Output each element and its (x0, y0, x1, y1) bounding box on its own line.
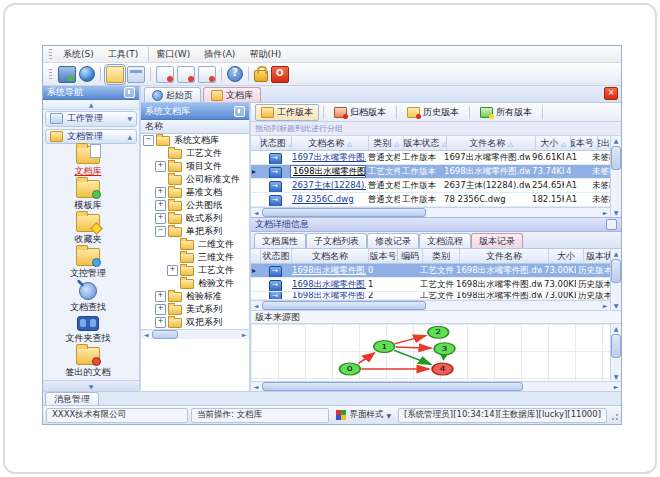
column-header[interactable]: 文档名称△ (292, 136, 369, 150)
menu-item[interactable]: 系统(S) (56, 47, 101, 62)
graph-vertical-scrollbar[interactable]: ▲▼ (610, 324, 621, 381)
interface-icon[interactable] (58, 66, 76, 83)
separator (469, 106, 470, 119)
column-header[interactable]: 类别 (423, 249, 460, 263)
document-name-link[interactable]: 2637主体(12284).dwg (290, 179, 366, 192)
history-version-button[interactable]: 历史版本 (401, 104, 465, 121)
version-row[interactable]: → 1698出水嘴零件图.dwg 1 工艺文件 1698出水嘴零件图.dwg 7… (251, 278, 610, 292)
tab-subdoc-list[interactable]: 子文档列表 (306, 233, 367, 248)
version-icon (334, 107, 347, 118)
interface-style-button[interactable]: 界面样式 ▼ (332, 409, 395, 422)
version-source-graph[interactable]: 01234 (251, 324, 610, 381)
document-name-link[interactable]: 78 2356C.dwg (290, 193, 366, 206)
network-globe-icon[interactable] (79, 66, 95, 82)
table-horizontal-scrollbar[interactable]: ◄► (251, 207, 610, 217)
sort-ascending-icon: △ (561, 140, 566, 147)
column-header[interactable]: 版本号△ (571, 136, 598, 150)
exit-icon[interactable] (271, 66, 289, 83)
resize-grip[interactable] (610, 414, 618, 422)
toolbar-grip[interactable] (49, 49, 52, 59)
sidebar-scroll-down[interactable]: ▼ (43, 380, 139, 391)
svg-text:3: 3 (442, 344, 448, 352)
separator (396, 106, 397, 119)
tab-doc-flow[interactable]: 文档流程 (419, 233, 471, 248)
table-vertical-scrollbar[interactable]: ▲▼ (610, 249, 621, 310)
group-separator[interactable] (100, 67, 101, 81)
tree-panel-header: 系统文档库 (141, 103, 249, 120)
column-header[interactable]: 状态图△ (261, 136, 292, 150)
document-library-icon[interactable] (106, 66, 124, 83)
archive-version-button[interactable]: 归档版本 (328, 104, 392, 121)
column-header[interactable]: 编码 (398, 249, 423, 263)
sidebar-group-work-management[interactable]: 工作管理 ▼ (45, 111, 137, 127)
help-icon[interactable] (227, 66, 243, 82)
sort-ascending-icon: △ (394, 140, 399, 147)
table-horizontal-scrollbar[interactable]: ◄► (251, 300, 610, 310)
column-header[interactable]: 版本状态△ (404, 136, 447, 150)
document-row[interactable]: → 2637主体(12284).dwg 普通文档 工作版本 2637主体(122… (251, 179, 610, 193)
sidebar-group-document-management[interactable]: 文档管理 ▲ (45, 129, 137, 145)
sidebar-scroll-up[interactable]: ▲ (43, 100, 139, 110)
column-header[interactable]: 签出状态△ (598, 136, 610, 150)
column-header[interactable]: 大小△ (536, 136, 571, 150)
menu-item[interactable]: 窗口(W) (148, 47, 197, 62)
document-name-link[interactable]: 1698出水嘴零件图.dwg (290, 165, 366, 178)
document-row[interactable]: → 78 2356C.dwg 普通文档 工作版本 78 2356C.dwg 18… (251, 193, 610, 207)
message-management-tab[interactable]: 消息管理 (45, 392, 99, 405)
tab-modification-records[interactable]: 修改记录 (367, 233, 419, 248)
column-header[interactable]: 文件名称△ (447, 136, 536, 150)
document-row[interactable]: → 1698出水嘴零件图.dwg 工艺文件 工作版本 1698出水嘴零件图.dw… (251, 165, 610, 179)
pin-icon[interactable] (606, 219, 617, 230)
tree-column-header[interactable]: 名称 (141, 120, 249, 134)
chevron-up-icon[interactable]: ▲ (127, 133, 132, 140)
document-row[interactable]: → 1697出水嘴零件图.dwg 普通文档 工作版本 1697出水嘴零件图.dw… (251, 151, 610, 165)
status-icon: → (269, 167, 282, 178)
group-by-hint[interactable]: 拖动列标题到此进行分组 (251, 122, 621, 136)
column-header[interactable]: 类别△ (369, 136, 404, 150)
column-header[interactable]: 状态图 (261, 249, 292, 263)
toolbar-grip[interactable] (49, 69, 52, 79)
tab-start-page[interactable]: 起始页 (144, 87, 201, 102)
version-row[interactable]: → 1698出水嘴零件图.dwg 2 工艺文件 1698出水嘴零件图.dwg 7… (251, 292, 610, 300)
folder-icon (50, 131, 63, 142)
column-header[interactable]: 版本号 (369, 249, 398, 263)
layout-window-icon[interactable] (127, 66, 145, 83)
tree-horizontal-scrollbar[interactable]: ◄► (141, 329, 249, 339)
menu-item[interactable]: 帮助(H) (242, 47, 288, 62)
menu-item[interactable]: 插件(A) (197, 47, 242, 62)
column-header[interactable]: 大小 (549, 249, 584, 263)
library-tree-panel: 系统文档库 名称 − 系统文档库 (141, 103, 251, 391)
column-header[interactable]: 版本状态 (584, 249, 610, 263)
version-row[interactable]: → 1698出水嘴零件图.dwg 0 工艺文件 1698出水嘴零件图.dwg 7… (251, 264, 610, 278)
tab-document-library[interactable]: 文档库 (203, 87, 261, 102)
work-version-button[interactable]: 工作版本 (255, 104, 319, 121)
table-vertical-scrollbar[interactable]: ▲▼ (610, 136, 621, 217)
all-versions-button[interactable]: 所有版本 (474, 104, 538, 121)
pin-icon[interactable] (124, 87, 135, 98)
lock-icon[interactable] (254, 70, 268, 82)
version-icon (480, 107, 493, 118)
column-header[interactable]: 文档名称 (292, 249, 369, 263)
palette-icon (336, 410, 346, 420)
tool-bar (43, 63, 621, 86)
tab-doc-properties[interactable]: 文档属性 (254, 233, 306, 248)
graph-horizontal-scrollbar[interactable]: ◄► (251, 381, 621, 391)
group-separator[interactable] (150, 67, 151, 81)
svg-text:4: 4 (439, 365, 445, 373)
group-separator[interactable] (221, 67, 222, 81)
document-name-link[interactable]: 1698出水嘴零件图.dwg (290, 278, 366, 291)
document-name-link[interactable]: 1698出水嘴零件图.dwg (290, 292, 366, 300)
menu-item[interactable]: 工具(T) (101, 47, 146, 62)
pin-icon[interactable] (234, 106, 245, 117)
chevron-down-icon[interactable]: ▼ (127, 115, 132, 122)
tab-version-records[interactable]: 版本记录 (471, 233, 523, 248)
mail-send-icon[interactable] (177, 66, 195, 83)
mail-alert-icon[interactable] (198, 66, 216, 83)
column-header[interactable]: 文件名称 (460, 249, 549, 263)
document-name-link[interactable]: 1697出水嘴零件图.dwg (290, 151, 366, 164)
close-tab-button[interactable]: × (604, 87, 618, 100)
status-icon: → (269, 266, 282, 277)
mail-delete-icon[interactable] (156, 66, 174, 83)
document-name-link[interactable]: 1698出水嘴零件图.dwg (290, 264, 366, 277)
group-separator[interactable] (248, 67, 249, 81)
